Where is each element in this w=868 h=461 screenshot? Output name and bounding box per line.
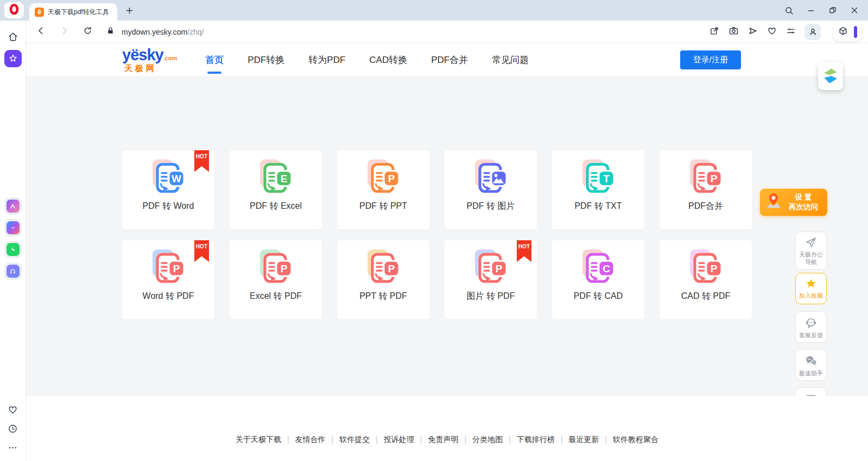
headset-icon	[804, 316, 818, 332]
svg-text:P: P	[173, 263, 180, 274]
revisit-banner[interactable]: 设 置 再次访问	[760, 189, 827, 216]
new-tab-button[interactable]	[123, 4, 136, 17]
bookmarks-heart-icon[interactable]	[7, 404, 18, 418]
browser-toolbar: mydown.yesky.com/zhq/	[26, 21, 868, 43]
tool-card-label: PPT 转 PDF	[359, 291, 407, 302]
svg-text:P: P	[388, 263, 395, 274]
banner-line1: 设 置	[795, 193, 812, 201]
tool-icon: P	[471, 246, 511, 289]
footer-links: 关于天极下载|友情合作|软件提交|投诉处理|免责声明|分类地图|下载排行榜|最近…	[236, 435, 658, 461]
tool-card[interactable]: PPPT 转 PDF	[337, 240, 429, 319]
history-clock-icon[interactable]	[7, 423, 18, 437]
back-icon[interactable]	[36, 25, 46, 38]
sidebar-more-icon[interactable]	[7, 442, 18, 456]
messenger-app-icon[interactable]	[4, 219, 22, 236]
tool-icon: P	[148, 246, 188, 289]
map-pin-icon	[763, 191, 784, 214]
footer-link[interactable]: 分类地图	[472, 435, 503, 445]
forward-icon[interactable]	[59, 25, 69, 38]
tool-card-label: Excel 转 PDF	[250, 291, 302, 302]
nav-item[interactable]: 常见问题	[492, 49, 529, 71]
svg-text:E: E	[281, 173, 288, 184]
star-icon	[804, 277, 818, 292]
chat-icon	[804, 354, 818, 370]
tab-favicon-icon: ë	[35, 8, 44, 17]
browser-tab[interactable]: ë 天极下载pdf转化工具	[29, 3, 117, 21]
favorites-heart-icon[interactable]	[766, 25, 777, 39]
tool-card[interactable]: PCAD 转 PDF	[660, 240, 752, 319]
widget-label: 天极办公	[799, 251, 823, 259]
url-bar[interactable]: mydown.yesky.com/zhq/	[122, 28, 204, 36]
footer-separator: |	[605, 435, 607, 444]
widget-label: 导航	[805, 259, 817, 266]
svg-text:P: P	[281, 263, 288, 274]
footer-link[interactable]: 友情合作	[295, 435, 326, 445]
share-page-icon[interactable]	[709, 25, 720, 39]
tool-card-label: PDF 转 CAD	[574, 291, 623, 302]
yesky-logo[interactable]: yësky.com 天极网	[122, 47, 177, 72]
easy-setup-sliders-icon[interactable]	[785, 25, 796, 39]
svg-text:P: P	[711, 173, 718, 184]
footer-link[interactable]: 软件提交	[339, 435, 370, 445]
search-icon[interactable]	[784, 5, 794, 16]
tool-icon: P	[686, 156, 726, 199]
sidebar-panel-toggle[interactable]	[854, 26, 857, 38]
footer-separator: |	[561, 435, 563, 444]
profile-icon[interactable]	[804, 24, 821, 40]
lock-icon[interactable]	[106, 26, 115, 37]
site-footer: 关于天极下载|友情合作|软件提交|投诉处理|免责声明|分类地图|下载排行榜|最近…	[26, 396, 868, 461]
nav-item[interactable]: PDF合并	[431, 49, 468, 71]
floating-widget[interactable]: 极速助手	[795, 349, 827, 381]
tool-card[interactable]: PPDF 转 PPT	[337, 150, 429, 229]
aria-app-icon[interactable]	[4, 197, 22, 215]
floating-widget[interactable]: 加入收藏	[795, 273, 827, 304]
webpage: yësky.com 天极网 首页PDF转换转为PDFCAD转换PDF合并常见问题…	[26, 43, 868, 461]
tool-card[interactable]: HOT WPDF 转 Word	[122, 150, 214, 229]
footer-link[interactable]: 关于天极下载	[236, 435, 281, 445]
footer-separator: |	[465, 435, 467, 444]
footer-link[interactable]: 下载排行榜	[517, 435, 555, 445]
send-to-device-icon[interactable]	[747, 25, 758, 39]
minimize-button[interactable]	[806, 5, 816, 15]
footer-link[interactable]: 投诉处理	[384, 435, 414, 445]
player-headphones-app-icon[interactable]	[4, 262, 22, 280]
footer-link[interactable]: 软件教程聚合	[613, 435, 658, 445]
floating-widget[interactable]: 天极办公导航	[795, 232, 827, 270]
extension-cube-icon[interactable]	[838, 25, 848, 39]
tool-card[interactable]: EPDF 转 Excel	[230, 150, 322, 229]
login-register-button[interactable]: 登录/注册	[680, 50, 741, 69]
widget-label: 极速助手	[799, 370, 823, 377]
footer-link[interactable]: 最近更新	[568, 435, 599, 445]
nav-item[interactable]: 转为PDF	[308, 49, 345, 71]
tool-icon: T	[578, 156, 618, 199]
tool-card-label: CAD 转 PDF	[681, 291, 731, 302]
floating-widget[interactable]: 客服反馈	[795, 311, 827, 343]
nav-item[interactable]: PDF转换	[248, 49, 284, 71]
tool-card[interactable]: HOT P图片 转 PDF	[445, 240, 537, 319]
converter-float-logo[interactable]	[818, 62, 843, 90]
browser-sidebar	[0, 21, 26, 461]
tool-card[interactable]: CPDF 转 CAD	[552, 240, 644, 319]
tool-card[interactable]: PExcel 转 PDF	[230, 240, 322, 319]
tool-card[interactable]: TPDF 转 TXT	[552, 150, 644, 229]
widget-label: 加入收藏	[799, 292, 823, 300]
snapshot-camera-icon[interactable]	[728, 25, 739, 39]
restore-button[interactable]	[828, 5, 838, 15]
home-icon[interactable]	[4, 28, 22, 46]
tool-card[interactable]: PPDF合并	[660, 150, 752, 229]
nav-item[interactable]: 首页	[205, 49, 224, 71]
site-header: yësky.com 天极网 首页PDF转换转为PDFCAD转换PDF合并常见问题…	[26, 43, 868, 76]
close-button[interactable]	[850, 5, 859, 15]
footer-separator: |	[332, 435, 334, 444]
svg-text:P: P	[388, 173, 395, 184]
footer-link[interactable]: 免责声明	[428, 435, 459, 445]
opera-menu-button[interactable]	[4, 2, 24, 18]
pinboard-star-button[interactable]	[4, 50, 22, 67]
tool-card[interactable]: PDF 转 图片	[445, 150, 537, 229]
whatsapp-app-icon[interactable]	[4, 241, 22, 258]
tool-icon	[471, 156, 511, 199]
tool-card-label: PDF 转 PPT	[359, 201, 407, 212]
reload-icon[interactable]	[83, 25, 93, 38]
tool-card[interactable]: HOT PWord 转 PDF	[122, 240, 214, 319]
nav-item[interactable]: CAD转换	[369, 49, 407, 71]
